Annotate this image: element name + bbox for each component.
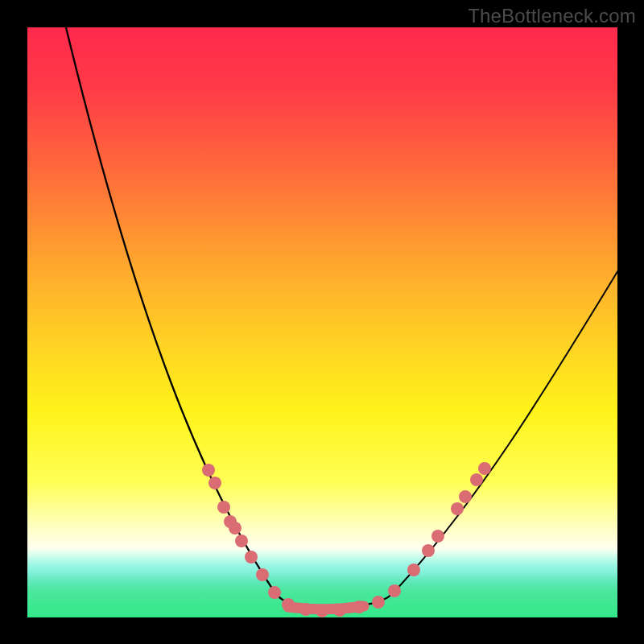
marker-dot: [333, 604, 346, 617]
marker-dot: [229, 522, 242, 535]
marker-dot: [353, 601, 365, 613]
marker-dot: [451, 502, 464, 515]
markers-group: [202, 462, 491, 617]
marker-dot: [316, 605, 328, 617]
marker-dot: [470, 473, 483, 486]
marker-dot: [372, 596, 385, 609]
marker-dot: [268, 586, 281, 599]
curve-group: [64, 21, 623, 609]
plot-area: [27, 27, 617, 617]
marker-dot: [208, 477, 221, 489]
marker-dot: [282, 598, 295, 611]
marker-dot: [202, 464, 215, 477]
marker-dot: [217, 501, 230, 514]
watermark-text: TheBottleneck.com: [468, 5, 636, 27]
marker-dot: [235, 535, 248, 547]
marker-dot: [422, 544, 435, 557]
series-left-curve: [64, 21, 299, 605]
marker-dot: [431, 530, 444, 543]
marker-dot: [245, 551, 258, 564]
marker-dot: [459, 490, 472, 503]
marker-dot: [388, 584, 401, 597]
marker-dot: [478, 462, 491, 475]
series-right-curve: [357, 262, 623, 605]
chart-frame: TheBottleneck.com: [0, 0, 644, 644]
chart-svg: [27, 27, 617, 617]
marker-dot: [407, 564, 420, 576]
marker-dot: [299, 603, 312, 616]
marker-dot: [256, 568, 269, 581]
